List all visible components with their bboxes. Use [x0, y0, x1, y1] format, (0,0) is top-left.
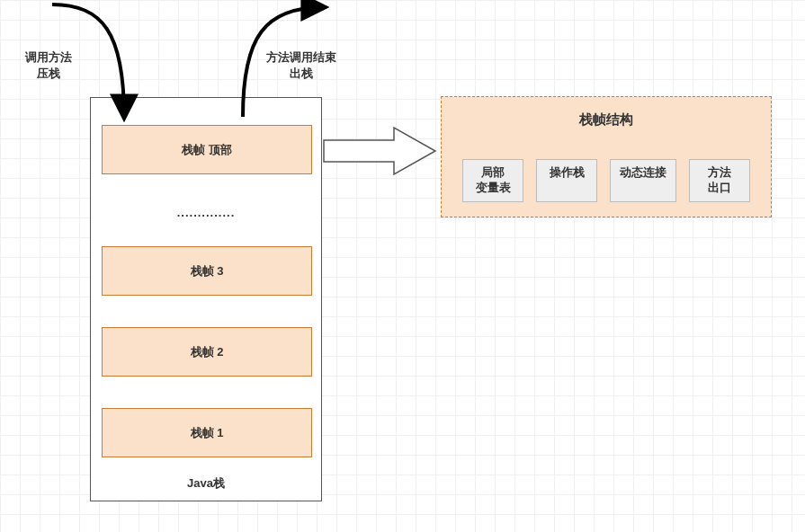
method-exit: 方法 出口 — [689, 159, 750, 202]
local-variable-table: 局部 变量表 — [462, 159, 523, 202]
dynlink-label: 动态连接 — [620, 165, 666, 179]
frame-structure-title: 栈帧结构 — [442, 111, 771, 129]
stack-frame-3-label: 栈帧 3 — [191, 263, 224, 279]
expand-arrow-icon — [322, 126, 430, 176]
operand-stack: 操作栈 — [536, 159, 597, 202]
lvt-line1: 局部 — [481, 165, 505, 179]
lvt-line2: 变量表 — [476, 181, 511, 194]
exit-line1: 方法 — [708, 165, 731, 179]
frame-structure-panel: 栈帧结构 局部 变量表 操作栈 动态连接 方法 出口 — [441, 96, 772, 217]
stack-frame-top-label: 栈帧 顶部 — [182, 142, 232, 158]
stack-frame-1: 栈帧 1 — [102, 408, 312, 457]
java-stack-title: Java栈 — [91, 475, 321, 492]
stack-frame-2-label: 栈帧 2 — [191, 344, 224, 360]
opstack-label: 操作栈 — [550, 165, 585, 179]
java-stack-container: 栈帧 顶部 .............. 栈帧 3 栈帧 2 栈帧 1 Java… — [90, 97, 322, 501]
exit-line2: 出口 — [708, 181, 731, 194]
frame-structure-items: 局部 变量表 操作栈 动态连接 方法 出口 — [442, 159, 771, 202]
pop-arrow-icon — [216, 0, 342, 126]
stack-frame-3: 栈帧 3 — [102, 246, 312, 296]
dynamic-link: 动态连接 — [610, 159, 676, 202]
stack-ellipsis: .............. — [91, 206, 321, 219]
stack-frame-top: 栈帧 顶部 — [102, 125, 312, 174]
stack-frame-1-label: 栈帧 1 — [191, 425, 224, 441]
push-arrow-icon — [48, 0, 156, 126]
stack-frame-2: 栈帧 2 — [102, 327, 312, 377]
